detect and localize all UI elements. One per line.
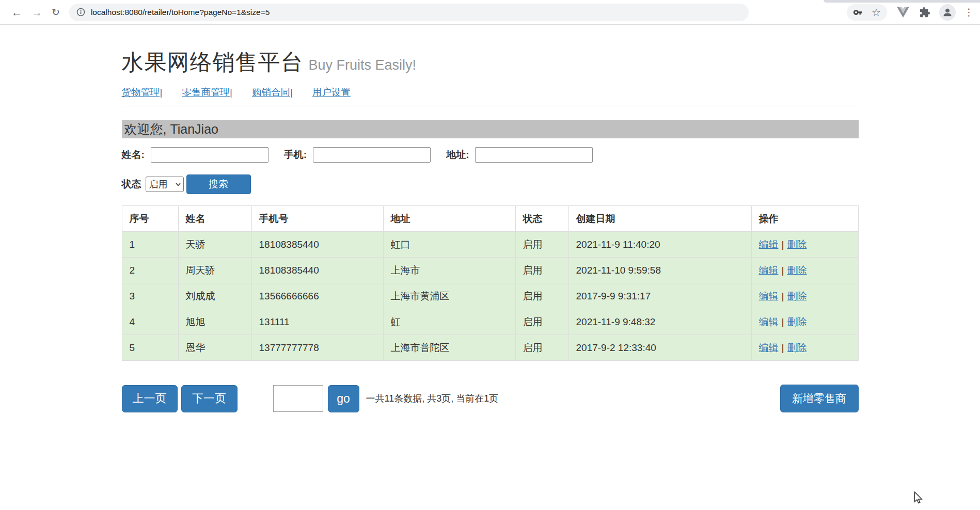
pagination-bar: 上一页 下一页 go 一共11条数据, 共3页, 当前在1页 新增零售商 — [122, 385, 859, 412]
cell-actions: 编辑|删除 — [751, 232, 858, 258]
edit-link[interactable]: 编辑 — [759, 291, 779, 301]
cell-actions: 编辑|删除 — [751, 258, 858, 283]
cell-name: 旭旭 — [178, 309, 251, 335]
page-subtitle: Buy Fruits Easily! — [309, 57, 417, 73]
omnibox-action-icons: ☆ — [847, 4, 887, 21]
bookmark-star-icon[interactable]: ☆ — [872, 7, 881, 18]
extensions-puzzle-icon[interactable] — [919, 7, 930, 18]
cell-phone: 18108385440 — [251, 232, 383, 258]
search-form-row-2: 状态 启用 搜索 — [122, 174, 859, 194]
cell-phone: 13566666666 — [251, 283, 383, 309]
cell-name: 恩华 — [178, 335, 251, 361]
page-title-text: 水果网络销售平台 — [122, 50, 304, 74]
cell-no: 3 — [122, 283, 178, 309]
table-row: 1 天骄 18108385440 虹口 启用 2021-11-9 11:40:2… — [122, 232, 858, 258]
delete-link[interactable]: 删除 — [787, 265, 807, 276]
retailer-table: 序号 姓名 手机号 地址 状态 创建日期 操作 1 天骄 18108385440… — [122, 205, 859, 361]
nav-item-contracts[interactable]: 购销合同| — [252, 87, 293, 98]
cell-name: 刘成成 — [178, 283, 251, 309]
chevron-down-icon — [176, 183, 181, 186]
browser-reload-button[interactable]: ↻ — [52, 7, 60, 17]
phone-label: 手机: — [284, 148, 307, 162]
add-retailer-button[interactable]: 新增零售商 — [780, 385, 859, 412]
main-nav: 货物管理| 零售商管理| 购销合同| 用户设置 — [122, 86, 859, 99]
status-select[interactable]: 启用 — [146, 177, 184, 192]
cell-phone: 131111 — [251, 309, 383, 335]
pagination-info: 一共11条数据, 共3页, 当前在1页 — [366, 392, 499, 405]
browser-toolbar: ← → ↻ localhost:8080/retailer/toHome?pag… — [0, 0, 980, 25]
cell-address: 虹 — [383, 309, 515, 335]
address-label: 地址: — [446, 148, 469, 162]
cell-created: 2021-11-10 9:59:58 — [568, 258, 751, 283]
cell-actions: 编辑|删除 — [751, 309, 858, 335]
table-row: 4 旭旭 131111 虹 启用 2021-11-9 9:48:32 编辑|删除 — [122, 309, 858, 335]
profile-avatar[interactable] — [939, 4, 956, 21]
delete-link[interactable]: 删除 — [787, 239, 807, 250]
col-header-address: 地址 — [383, 206, 515, 232]
col-header-created: 创建日期 — [568, 206, 751, 232]
name-input[interactable] — [151, 147, 268, 163]
cell-created: 2017-9-9 9:31:17 — [568, 283, 751, 309]
action-separator: | — [782, 316, 784, 327]
delete-link[interactable]: 删除 — [787, 342, 807, 353]
next-page-button[interactable]: 下一页 — [181, 385, 238, 412]
delete-link[interactable]: 删除 — [787, 316, 807, 327]
edit-link[interactable]: 编辑 — [759, 265, 779, 276]
col-header-phone: 手机号 — [251, 206, 383, 232]
cell-address: 上海市普陀区 — [383, 335, 515, 361]
delete-link[interactable]: 删除 — [787, 291, 807, 301]
browser-back-button[interactable]: ← — [11, 7, 22, 18]
table-header-row: 序号 姓名 手机号 地址 状态 创建日期 操作 — [122, 206, 858, 232]
cell-no: 1 — [122, 232, 178, 258]
edit-link[interactable]: 编辑 — [759, 239, 779, 250]
table-row: 3 刘成成 13566666666 上海市黄浦区 启用 2017-9-9 9:3… — [122, 283, 858, 309]
action-separator: | — [782, 265, 784, 276]
search-form-row-1: 姓名: 手机: 地址: — [122, 147, 859, 163]
cell-address: 上海市黄浦区 — [383, 283, 515, 309]
password-key-icon[interactable] — [853, 7, 863, 18]
browser-forward-button[interactable]: → — [31, 7, 42, 18]
cell-status: 启用 — [515, 309, 568, 335]
phone-input[interactable] — [313, 147, 431, 163]
cell-no: 2 — [122, 258, 178, 283]
vue-devtools-icon[interactable] — [897, 7, 909, 18]
welcome-banner: 欢迎您, TianJiao — [122, 120, 859, 138]
cell-address: 虹口 — [383, 232, 515, 258]
edit-link[interactable]: 编辑 — [759, 342, 779, 353]
cell-name: 天骄 — [178, 232, 251, 258]
cell-phone: 13777777778 — [251, 335, 383, 361]
col-header-status: 状态 — [515, 206, 568, 232]
status-label: 状态 — [122, 178, 141, 191]
address-bar[interactable]: localhost:8080/retailer/toHome?pageNo=1&… — [69, 4, 749, 21]
search-button[interactable]: 搜索 — [186, 174, 251, 194]
action-separator: | — [782, 342, 784, 353]
page-number-input[interactable] — [273, 385, 323, 412]
col-header-name: 姓名 — [178, 206, 251, 232]
cell-phone: 18108385440 — [251, 258, 383, 283]
cell-status: 启用 — [515, 258, 568, 283]
address-input[interactable] — [475, 147, 593, 163]
status-select-value: 启用 — [149, 178, 168, 190]
mouse-cursor — [912, 491, 925, 504]
cell-status: 启用 — [515, 335, 568, 361]
menu-dots-icon[interactable]: ⋮ — [964, 6, 974, 18]
action-separator: | — [782, 239, 784, 250]
cell-status: 启用 — [515, 232, 568, 258]
nav-item-user-settings[interactable]: 用户设置 — [312, 87, 351, 98]
edit-link[interactable]: 编辑 — [759, 316, 779, 327]
go-button[interactable]: go — [328, 385, 359, 412]
site-info-icon[interactable] — [76, 8, 85, 17]
nav-item-retailers[interactable]: 零售商管理| — [182, 87, 232, 98]
cell-address: 上海市 — [383, 258, 515, 283]
table-row: 5 恩华 13777777778 上海市普陀区 启用 2017-9-2 12:3… — [122, 335, 858, 361]
prev-page-button[interactable]: 上一页 — [122, 385, 178, 412]
col-header-actions: 操作 — [751, 206, 858, 232]
url-text[interactable]: localhost:8080/retailer/toHome?pageNo=1&… — [91, 8, 270, 17]
nav-item-goods[interactable]: 货物管理| — [122, 87, 163, 98]
action-separator: | — [782, 291, 784, 301]
cell-actions: 编辑|删除 — [751, 283, 858, 309]
nav-divider — [122, 106, 859, 106]
cell-name: 周天骄 — [178, 258, 251, 283]
cell-no: 5 — [122, 335, 178, 361]
cell-no: 4 — [122, 309, 178, 335]
